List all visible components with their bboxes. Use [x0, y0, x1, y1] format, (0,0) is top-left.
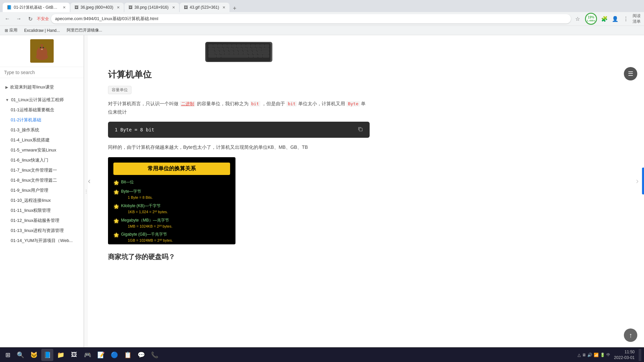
sidebar-item-3[interactable]: 01-4_Linux系统搭建 — [0, 135, 84, 145]
sidebar-item-8[interactable]: 01-9_linux用户管理 — [0, 185, 84, 195]
tray-icon-keyboard[interactable]: 中 — [606, 352, 610, 357]
tab-3[interactable]: 🖼 38.png (1418×916) ✕ — [124, 3, 179, 12]
start-button[interactable]: ⊞ — [3, 350, 13, 360]
svg-rect-39 — [229, 51, 233, 54]
tray-icon-1[interactable]: △ — [578, 353, 581, 357]
taskbar-icon-5[interactable]: 🎮 — [82, 349, 94, 361]
sidebar-item-4[interactable]: 01-5_vmware安装Linux — [0, 145, 84, 155]
svg-rect-17 — [241, 45, 246, 47]
taskbar-icon-8[interactable]: 📋 — [122, 349, 134, 361]
taskbar-search-button[interactable]: 🔍 — [14, 349, 26, 361]
svg-rect-35 — [209, 51, 215, 54]
tray-icon-3[interactable]: 🔊 — [587, 353, 592, 357]
speed-percent: 19% — [587, 15, 595, 19]
sidebar-search[interactable] — [0, 67, 84, 78]
refresh-button[interactable]: ↻ — [25, 14, 35, 23]
tab-2[interactable]: 🖼 36.jpeg (800×403) ✕ — [70, 3, 124, 12]
scroll-top-button[interactable]: ↑ — [624, 328, 637, 342]
svg-rect-22 — [265, 45, 269, 47]
browser-chrome: 📘 01-2计算机基础 - GitBook ✕ 🖼 36.jpeg (800×4… — [0, 0, 644, 35]
speed-rate: 1.4M/s — [587, 19, 595, 22]
taskbar-icon-10[interactable]: 📞 — [149, 349, 161, 361]
svg-rect-45 — [258, 51, 269, 54]
taskbar-icon-9[interactable]: 💬 — [135, 349, 147, 361]
svg-rect-11 — [213, 45, 217, 47]
sidebar-item-11[interactable]: 01-12_linux基础服务管理 — [0, 216, 84, 226]
tray-icon-5[interactable]: 🔋 — [600, 353, 605, 357]
svg-point-5 — [40, 47, 41, 48]
bookmark-excalidraw[interactable]: Excalidraw | Hand... — [22, 27, 62, 34]
tab-2-close[interactable]: ✕ — [117, 5, 120, 10]
tab-1-close[interactable]: ✕ — [63, 5, 66, 10]
sidebar-item-9[interactable]: 01-10_远程连接linux — [0, 195, 84, 205]
sidebar-item-0[interactable]: 01-1运维基础重要概念 — [0, 105, 84, 115]
sidebar-item-12[interactable]: 01-13_linux进程与资源管理 — [0, 226, 84, 236]
svg-rect-30 — [243, 48, 247, 51]
sidebar-item-1-label: 01-2计算机基础 — [11, 117, 41, 122]
sidebar-item-1[interactable]: 01-2计算机基础 — [0, 115, 84, 125]
taskbar-clock[interactable]: 11:50 2022-03-01 — [611, 349, 637, 361]
sidebar-item-5-label: 01-6_linux快速入门 — [11, 158, 48, 163]
sidebar-item-6[interactable]: 01-7_linux文件管理篇一 — [0, 165, 84, 175]
taskbar: ⊞ 🔍 🐱 📘 📁 🖼 🎮 📝 🔵 📋 💬 📞 △ 🖥 🔊 📶 🔋 中 11:5… — [0, 347, 644, 362]
section-linux-header[interactable]: ▼ 01_Linux云计算运维工程师 — [0, 95, 84, 105]
show-desktop-button[interactable] — [639, 349, 641, 361]
tray-icon-4[interactable]: 📶 — [594, 353, 599, 357]
code-bit-1: bit — [250, 101, 260, 107]
sidebar: ▶ 欢迎来到超哥linux课堂 ▼ 01_Linux云计算运维工程师 01-1运… — [0, 35, 84, 347]
sidebar-item-2[interactable]: 01-3_操作系统 — [0, 125, 84, 135]
address-input[interactable] — [51, 14, 571, 23]
tab-3-close[interactable]: ✕ — [172, 5, 175, 10]
chart-bullet-4: 🌟 — [113, 231, 119, 239]
sidebar-logo — [0, 35, 84, 67]
new-tab-button[interactable]: + — [230, 5, 239, 12]
code-block-text: 1 Byte = 8 bit — [115, 127, 154, 132]
sidebar-item-5[interactable]: 01-6_linux快速入门 — [0, 155, 84, 165]
extensions-button[interactable]: 🧩 — [600, 14, 609, 23]
binary-link[interactable]: 二进制 — [180, 101, 196, 107]
sidebar-handle[interactable]: ⋮ — [84, 35, 88, 347]
chart-item-4-label: Gigabyte (GB)—千兆字节 — [121, 231, 173, 238]
copy-button[interactable] — [358, 126, 363, 133]
nav-arrow-left[interactable]: ‹ — [88, 176, 91, 186]
sidebar-item-8-label: 01-9_linux用户管理 — [11, 188, 48, 193]
bookmark-button[interactable]: ☆ — [573, 14, 582, 23]
svg-rect-37 — [220, 51, 224, 54]
tab-4[interactable]: 🖼 43.gif (523×361) ✕ — [180, 3, 230, 12]
content-area: 计算机单位 容量单位 对于计算机而言，只认识一个叫做 二进制 的容量单位，我们称… — [88, 35, 644, 347]
taskbar-icon-2[interactable]: 📘 — [41, 349, 53, 361]
taskbar-icon-1[interactable]: 🐱 — [28, 349, 40, 361]
search-input[interactable] — [4, 70, 79, 75]
forward-button[interactable]: → — [14, 14, 23, 23]
reader-mode-button[interactable]: 阅读清单 — [632, 14, 641, 23]
code-block: 1 Byte = 8 bit — [108, 122, 370, 138]
nav-arrow-right[interactable]: › — [636, 176, 639, 186]
menu-button[interactable]: ⋮ — [621, 14, 631, 23]
tab-1[interactable]: 📘 01-2计算机基础 - GitBook ✕ — [3, 3, 70, 12]
tab-4-close[interactable]: ✕ — [222, 5, 225, 10]
sidebar-item-13[interactable]: 01-14_YUM与开源项目（Web... — [0, 236, 84, 246]
bookmark-apps[interactable]: ⊞ 应用 — [3, 27, 19, 34]
back-button[interactable]: ← — [3, 14, 12, 23]
chart-image: 常用单位的换算关系 🌟 Bit—位 🌟 Byte—字节 1 Byte = 8 B… — [108, 157, 235, 244]
section-welcome-header[interactable]: ▶ 欢迎来到超哥linux课堂 — [0, 82, 84, 92]
tray-icon-2[interactable]: 🖥 — [582, 353, 586, 357]
taskbar-icon-4[interactable]: 🖼 — [68, 349, 80, 361]
tab-bar: 📘 01-2计算机基础 - GitBook ✕ 🖼 36.jpeg (800×4… — [0, 0, 644, 12]
tab-1-favicon: 📘 — [7, 5, 12, 10]
sidebar-item-10[interactable]: 01-11_linux权限管理 — [0, 205, 84, 216]
profile-button[interactable]: 👤 — [610, 14, 620, 23]
taskbar-icon-7[interactable]: 🔵 — [108, 349, 120, 361]
svg-rect-28 — [233, 48, 237, 51]
chart-title: 常用单位的换算关系 — [113, 163, 230, 175]
taskbar-icon-6[interactable]: 📝 — [95, 349, 107, 361]
taskbar-icon-3[interactable]: 📁 — [55, 349, 67, 361]
bookmarks-bar: ⊞ 应用 Excalidraw | Hand... 阿里巴巴开源镜像... — [0, 25, 644, 35]
sidebar-item-7[interactable]: 01-8_linux文件管理篇二 — [0, 175, 84, 185]
floating-menu-button[interactable]: ☰ — [624, 67, 637, 80]
svg-rect-25 — [219, 48, 223, 51]
bookmark-alibaba[interactable]: 阿里巴巴开源镜像... — [65, 27, 104, 34]
chart-item-0-label: Bit—位 — [121, 179, 134, 185]
svg-rect-46 — [209, 55, 216, 57]
sidebar-item-4-label: 01-5_vmware安装Linux — [11, 147, 56, 153]
